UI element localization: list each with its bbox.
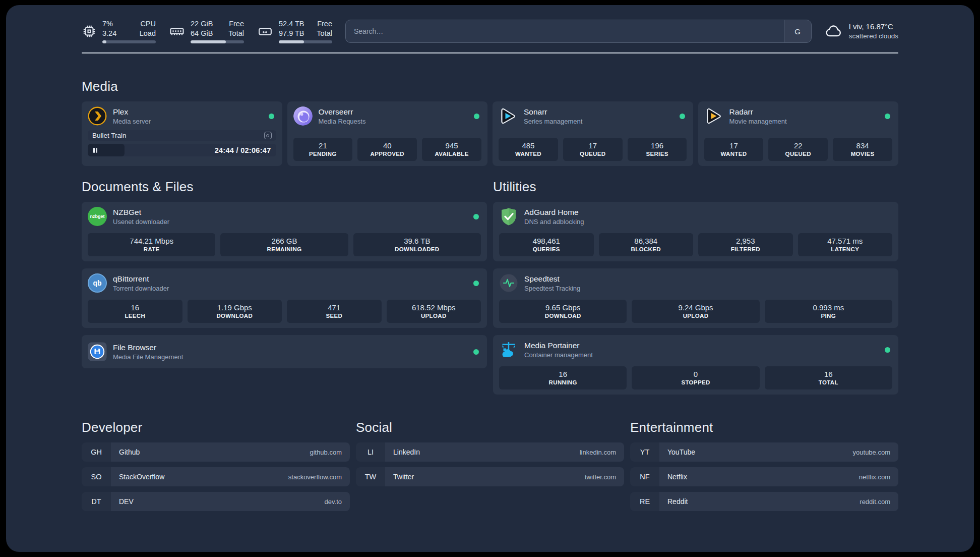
service-card-portainer[interactable]: Media Portainer Container management 16R… [493, 335, 898, 395]
bookmark-name: StackOverflow [119, 473, 164, 481]
stat-box: 22QUEUED [768, 138, 828, 161]
bookmark-stackoverflow[interactable]: SO StackOverflow stackoverflow.com [82, 467, 350, 486]
weather-condition: scattered clouds [849, 32, 898, 41]
bookmark-dev[interactable]: DT DEV dev.to [82, 492, 350, 511]
service-subtitle: Torrent downloader [113, 285, 169, 292]
memory-free: 22 GiB [191, 20, 213, 28]
disk-total: 97.9 TB [279, 29, 304, 37]
nzbget-logo-icon: nzbget [88, 207, 107, 226]
cpu-label-2: Load [140, 29, 156, 37]
resource-widgets: 7% 3.24 CPU Load 22 GiB 64 G [82, 19, 332, 43]
status-online-dot [269, 114, 274, 119]
weather-location-temp: Lviv, 16.87°C [849, 22, 898, 32]
disk-label-2: Total [317, 29, 332, 37]
service-title: Media Portainer [524, 341, 593, 350]
bookmark-name: DEV [119, 497, 134, 506]
bookmark-name: Netflix [667, 473, 687, 481]
service-subtitle: Usenet downloader [113, 218, 169, 226]
bookmark-url: netflix.com [859, 473, 890, 481]
plex-logo-icon [88, 106, 107, 126]
bookmark-name: Github [119, 448, 140, 456]
section-heading-developer: Developer [82, 420, 350, 435]
stat-box: 86,384BLOCKED [599, 233, 694, 256]
stat-box: 945AVAILABLE [422, 138, 481, 161]
disk-icon [257, 24, 273, 39]
section-heading-entertainment: Entertainment [630, 420, 898, 435]
stat-box: 17WANTED [704, 138, 764, 161]
service-card-adguard[interactable]: AdGuard Home DNS and adblocking 498,461Q… [493, 202, 898, 261]
status-online-dot [473, 214, 479, 219]
service-subtitle: Speedtest Tracking [524, 285, 580, 292]
topbar-divider [82, 52, 898, 53]
search-provider-button[interactable]: G [784, 20, 811, 42]
service-title: Plex [113, 107, 151, 117]
section-heading-media: Media [82, 79, 898, 94]
bookmark-abbr: LI [356, 442, 385, 462]
stat-box: 39.6 TBDOWNLOADED [353, 233, 481, 256]
cloud-icon [825, 22, 843, 40]
bookmark-url: twitter.com [585, 473, 616, 481]
disk-progress-bar [279, 40, 332, 43]
bookmark-abbr: DT [82, 492, 111, 511]
service-card-radarr[interactable]: Radarr Movie management 17WANTED 22QUEUE… [698, 101, 899, 166]
stat-box: 196SERIES [628, 138, 687, 161]
stat-box: 498,461QUERIES [499, 233, 594, 256]
service-title: Overseerr [319, 107, 366, 117]
bookmark-group-social: Social LI LinkedIn linkedin.com TW Twitt… [356, 420, 624, 517]
stat-box: 16TOTAL [765, 366, 892, 389]
stat-box: 266 GBREMAINING [220, 233, 348, 256]
bookmark-name: Twitter [393, 473, 414, 481]
service-subtitle: Movie management [729, 118, 787, 125]
memory-icon [169, 24, 185, 39]
now-playing-title: Bullet Train [92, 132, 127, 139]
speedtest-logo-icon [499, 273, 518, 293]
service-card-sonarr[interactable]: Sonarr Series management 485WANTED 17QUE… [493, 101, 693, 166]
stat-box: 834MOVIES [833, 138, 892, 161]
cpu-label-1: CPU [140, 20, 156, 28]
bookmark-abbr: RE [630, 492, 659, 511]
bookmark-abbr: GH [82, 442, 111, 462]
service-title: Speedtest [524, 274, 580, 284]
bookmark-name: LinkedIn [393, 448, 420, 456]
radarr-logo-icon [704, 106, 723, 126]
bookmark-name: Reddit [667, 497, 688, 506]
pause-icon [93, 148, 97, 153]
stat-box: 9.24 GbpsUPLOAD [632, 300, 759, 323]
status-online-dot [474, 114, 479, 119]
service-card-speedtest[interactable]: Speedtest Speedtest Tracking 9.65 GbpsDO… [493, 268, 898, 328]
service-title: File Browser [113, 343, 183, 352]
bookmark-abbr: NF [630, 467, 659, 486]
stat-box: 2,953FILTERED [698, 233, 793, 256]
service-card-nzbget[interactable]: nzbget NZBGet Usenet downloader 744.21 M… [82, 202, 487, 261]
search-input[interactable] [346, 20, 784, 42]
stat-box: 21PENDING [293, 138, 353, 161]
bookmark-reddit[interactable]: RE Reddit reddit.com [630, 492, 898, 511]
stat-box: 485WANTED [499, 138, 558, 161]
sonarr-logo-icon [499, 106, 518, 126]
service-card-qbittorrent[interactable]: qb qBittorrent Torrent downloader 16LEEC… [82, 268, 487, 328]
status-online-dot [680, 114, 685, 119]
stat-box: 17QUEUED [563, 138, 623, 161]
memory-total: 64 GiB [191, 29, 213, 37]
bookmark-linkedin[interactable]: LI LinkedIn linkedin.com [356, 442, 624, 462]
cpu-load: 3.24 [102, 29, 116, 37]
memory-label-2: Total [228, 29, 244, 37]
bookmark-netflix[interactable]: NF Netflix netflix.com [630, 467, 898, 486]
bookmark-youtube[interactable]: YT YouTube youtube.com [630, 442, 898, 462]
service-card-plex[interactable]: Plex Media server Bullet Train 24:44 / 0… [82, 101, 282, 166]
top-bar: 7% 3.24 CPU Load 22 GiB 64 G [82, 18, 898, 44]
cpu-icon [82, 24, 97, 39]
service-card-filebrowser[interactable]: File Browser Media File Management [82, 335, 487, 368]
bookmark-github[interactable]: GH Github github.com [82, 442, 350, 462]
service-title: qBittorrent [113, 274, 169, 284]
bookmark-abbr: SO [82, 467, 111, 486]
qbittorrent-logo-icon: qb [88, 273, 107, 293]
bookmark-twitter[interactable]: TW Twitter twitter.com [356, 467, 624, 486]
adguard-logo-icon [499, 207, 518, 226]
section-heading-documents: Documents & Files [82, 179, 487, 195]
status-online-dot [473, 281, 479, 286]
service-subtitle: Media Requests [319, 118, 366, 125]
search-bar[interactable]: G [345, 20, 812, 43]
service-card-overseerr[interactable]: Overseerr Media Requests 21PENDING 40APP… [287, 101, 488, 166]
playback-time: 24:44 / 02:06:47 [215, 146, 271, 154]
